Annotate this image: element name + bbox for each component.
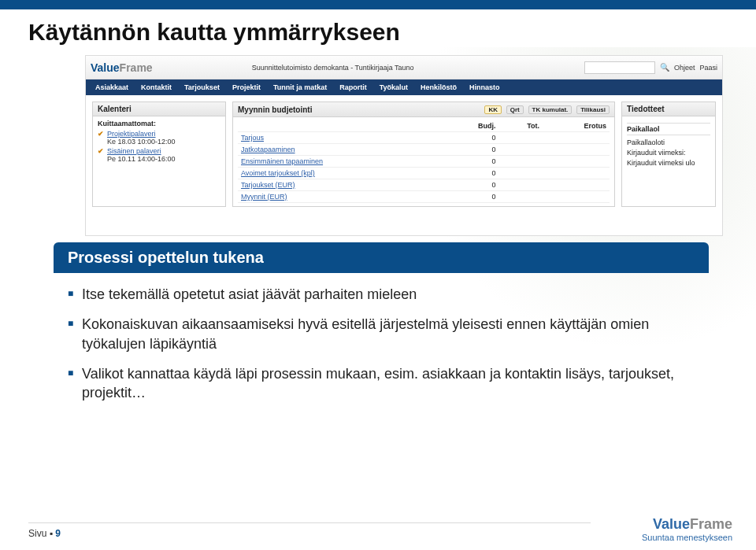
calendar-item-time: Pe 10.11 14:00-16:00 [107, 155, 176, 163]
header-link-paasi[interactable]: Paasi [699, 64, 717, 72]
app-screenshot: ValueFrame Suunnittelutoimisto demokanta… [85, 55, 723, 236]
table-row: Myynnit (EUR)0 [238, 191, 610, 203]
row-label[interactable]: Tarjous [241, 134, 264, 142]
nav-hinnasto[interactable]: Hinnasto [463, 79, 506, 95]
main-nav: Asiakkaat Kontaktit Tarjoukset Projektit… [86, 79, 722, 95]
row-value: 0 [443, 156, 499, 168]
panel-calendar: Kalenteri Kuittaamattomat: ✔ Projektipal… [92, 102, 226, 207]
search-input[interactable] [584, 61, 655, 74]
tab-kk[interactable]: KK [484, 105, 502, 114]
calendar-item-title: Projektipalaveri [107, 130, 176, 138]
budget-table: Budj. Tot. Erotus Tarjous0 Jatkotapaamin… [238, 120, 610, 203]
panel-calendar-body: Kuittaamattomat: ✔ Projektipalaveri Ke 1… [93, 116, 225, 168]
app-logo: ValueFrame [91, 61, 153, 74]
footer-label: Sivu [28, 528, 46, 539]
nav-tarjoukset[interactable]: Tarjoukset [178, 79, 226, 95]
panel-budget: Myynnin budjetointi KK Qrt TK kumulat. T… [232, 102, 615, 207]
table-row: Jatkotapaaminen0 [238, 144, 610, 156]
dashboard-row: Kalenteri Kuittaamattomat: ✔ Projektipal… [86, 95, 722, 213]
slide-title: Käytännön kautta ymmärrykseen [28, 19, 400, 46]
row-value: 0 [443, 144, 499, 156]
info-section: Paikallaol [627, 123, 710, 135]
bullet-list: Itse tekemällä opetetut asiat jäävät par… [54, 277, 709, 413]
brand-value: Value [653, 516, 690, 532]
info-line: Paikallaoloti [627, 138, 710, 146]
panel-info-head: Tiedotteet [622, 102, 715, 116]
calendar-item[interactable]: ✔ Sisäinen palaveri Pe 10.11 14:00-16:00 [98, 147, 220, 163]
row-label[interactable]: Avoimet tarjoukset (kpl) [241, 169, 315, 177]
nav-raportit[interactable]: Raportit [333, 79, 373, 95]
row-label[interactable]: Tarjoukset (EUR) [241, 181, 295, 189]
panel-budget-head: Myynnin budjetointi KK Qrt TK kumulat. T… [233, 102, 614, 117]
brand-footer: ValueFrame Suuntaa menestykseen [642, 516, 732, 542]
app-header: ValueFrame Suunnittelutoimisto demokanta… [86, 56, 722, 79]
check-icon: ✔ [98, 130, 104, 138]
panel-budget-title: Myynnin budjetointi [238, 105, 312, 114]
calendar-item-title: Sisäinen palaveri [107, 147, 176, 155]
panel-info-body: Paikallaol Paikallaoloti Kirjauduit viim… [622, 116, 715, 172]
panel-info: Tiedotteet Paikallaol Paikallaoloti Kirj… [621, 102, 716, 207]
header-link-help[interactable]: Ohjeet [674, 64, 695, 72]
table-row: Avoimet tarjoukset (kpl)0 [238, 168, 610, 179]
footer-page-number: 9 [55, 528, 61, 539]
app-header-right: 🔍 Ohjeet Paasi [584, 61, 717, 74]
row-value: 0 [443, 179, 499, 191]
bullet-item: Itse tekemällä opetetut asiat jäävät par… [68, 285, 695, 304]
row-value: 0 [443, 191, 499, 203]
calendar-item[interactable]: ✔ Projektipalaveri Ke 18.03 10:00-12:00 [98, 130, 220, 146]
search-icon[interactable]: 🔍 [660, 63, 669, 72]
info-line: Kirjauduit viimeksi ulo [627, 159, 710, 167]
content-heading: Prosessi opettelun tukena [54, 242, 709, 273]
brand-frame: Frame [690, 516, 732, 532]
footer-divider [28, 522, 591, 523]
nav-projektit[interactable]: Projektit [226, 79, 267, 95]
bullet-item: Valikot kannattaa käydä läpi prosessin m… [68, 364, 695, 403]
row-value: 0 [443, 168, 499, 179]
nav-kontaktit[interactable]: Kontaktit [135, 79, 178, 95]
panel-calendar-head: Kalenteri [93, 102, 225, 116]
check-icon: ✔ [98, 147, 104, 155]
bullet-item: Kokonaiskuvan aikaansaamiseksi hyvä esit… [68, 315, 695, 353]
brand-tagline: Suuntaa menestykseen [642, 533, 732, 542]
row-value: 0 [443, 132, 499, 144]
row-label[interactable]: Jatkotapaaminen [241, 146, 295, 153]
table-row: Ensimmäinen tapaaminen0 [238, 156, 610, 168]
logo-frame: Frame [120, 61, 153, 74]
row-label[interactable]: Myynnit (EUR) [241, 193, 287, 201]
top-accent-bar [0, 0, 756, 9]
calendar-item-time: Ke 18.03 10:00-12:00 [107, 138, 176, 146]
app-subtitle: Suunnittelutoimisto demokanta - Tuntikir… [252, 64, 414, 72]
tab-tilikausi[interactable]: Tilikausi [576, 105, 610, 114]
panel-budget-body: Budj. Tot. Erotus Tarjous0 Jatkotapaamin… [233, 117, 614, 206]
nav-asiakkaat[interactable]: Asiakkaat [89, 79, 135, 95]
nav-tyokalut[interactable]: Työkalut [373, 79, 414, 95]
calendar-section-label: Kuittaamattomat: [98, 120, 220, 127]
nav-tunnit[interactable]: Tunnit ja matkat [267, 79, 333, 95]
table-row: Tarjous0 [238, 132, 610, 144]
logo-value: Value [91, 61, 120, 74]
tab-tkkumulat[interactable]: TK kumulat. [528, 105, 573, 114]
row-label[interactable]: Ensimmäinen tapaaminen [241, 157, 323, 165]
col-tot: Tot. [499, 120, 543, 132]
col-budj: Budj. [443, 120, 499, 132]
col-erotus: Erotus [543, 120, 610, 132]
info-line: Kirjauduit viimeksi: [627, 149, 710, 157]
footer-page: Sivu ▪ 9 [28, 528, 61, 539]
nav-henkilosto[interactable]: Henkilöstö [414, 79, 463, 95]
table-row: Tarjoukset (EUR)0 [238, 179, 610, 191]
tab-qrt[interactable]: Qrt [506, 105, 524, 114]
